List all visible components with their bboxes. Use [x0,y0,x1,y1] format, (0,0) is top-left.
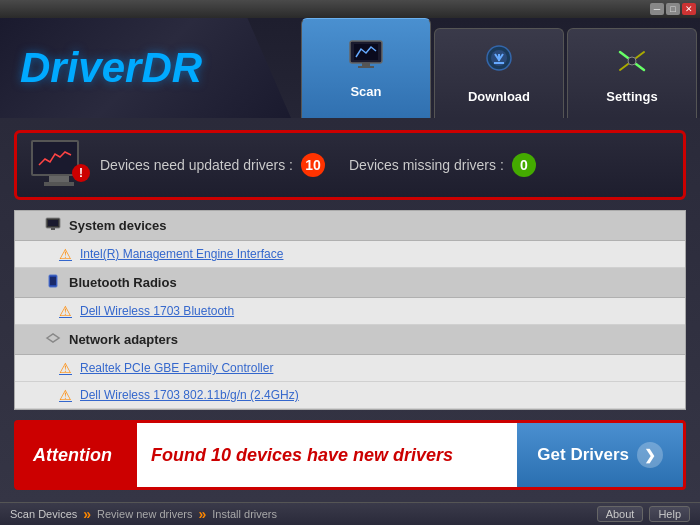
breadcrumb-sep-2: » [198,506,206,522]
warning-icon: ⚠ [59,360,72,376]
arrow-icon: ❯ [637,442,663,468]
footer: Scan Devices » Review new drivers » Inst… [0,502,700,525]
svg-rect-14 [51,228,55,230]
list-item[interactable]: ⚠ Dell Wireless 1703 Bluetooth [15,298,685,325]
missing-label: Devices missing drivers : [349,157,504,173]
help-button[interactable]: Help [649,506,690,522]
svg-point-11 [628,57,636,65]
get-drivers-label: Get Drivers [537,445,629,465]
about-button[interactable]: About [597,506,644,522]
breadcrumb: Scan Devices » Review new drivers » Inst… [10,506,277,522]
breadcrumb-install[interactable]: Install drivers [212,508,277,520]
error-badge: ! [72,164,90,182]
network-label: Network adapters [69,332,178,347]
breadcrumb-scan[interactable]: Scan Devices [10,508,77,520]
attention-message: Found 10 devices have new drivers [137,423,517,487]
missing-count-badge: 0 [512,153,536,177]
attention-label: Attention [17,423,137,487]
category-network: Network adapters [15,325,685,355]
maximize-button[interactable]: □ [666,3,680,15]
header: DriverDR Scan [0,18,700,118]
system-devices-label: System devices [69,218,167,233]
device-list[interactable]: System devices ⚠ Intel(R) Management Eng… [15,211,685,409]
list-item[interactable]: ⚠ Dell Wireless 1703 802.11b/g/n (2.4GHz… [15,382,685,409]
device-list-container: System devices ⚠ Intel(R) Management Eng… [14,210,686,410]
svg-rect-13 [48,220,58,226]
content-area: ! Devices need updated drivers : 10 Devi… [0,118,700,502]
bluetooth-label: Bluetooth Radios [69,275,177,290]
tab-settings-label: Settings [606,89,657,104]
bluetooth-icon [45,273,61,292]
tab-scan-label: Scan [350,84,381,99]
svg-rect-16 [50,277,56,285]
warning-icon: ⚠ [59,246,72,262]
app-logo: DriverDR [20,44,202,92]
minimize-button[interactable]: ─ [650,3,664,15]
svg-rect-2 [362,63,370,66]
device-name: Dell Wireless 1703 802.11b/g/n (2.4GHz) [80,388,299,402]
tab-download-label: Download [468,89,530,104]
list-item[interactable]: ⚠ Realtek PCIe GBE Family Controller [15,355,685,382]
breadcrumb-sep-1: » [83,506,91,522]
device-name: Intel(R) Management Engine Interface [80,247,283,261]
category-system-devices: System devices [15,211,685,241]
main-container: DriverDR Scan [0,18,700,525]
scan-icon [346,39,386,78]
status-text: Devices need updated drivers : 10 Device… [100,153,536,177]
tab-settings[interactable]: Settings [567,28,697,118]
network-icon [45,330,61,349]
warning-icon: ⚠ [59,303,72,319]
tab-scan[interactable]: Scan [301,18,431,118]
update-label: Devices need updated drivers : [100,157,293,173]
download-icon [479,44,519,83]
system-devices-icon [45,216,61,235]
svg-rect-3 [358,66,374,68]
tab-download[interactable]: Download [434,28,564,118]
nav-tabs: Scan Download [301,18,700,118]
logo-area: DriverDR [0,18,291,118]
close-button[interactable]: ✕ [682,3,696,15]
category-bluetooth: Bluetooth Radios [15,268,685,298]
warning-icon: ⚠ [59,387,72,403]
status-banner: ! Devices need updated drivers : 10 Devi… [14,130,686,200]
attention-text: Found 10 devices have new drivers [151,445,453,466]
monitor-icon: ! [31,140,86,190]
device-name: Realtek PCIe GBE Family Controller [80,361,273,375]
list-item[interactable]: ⚠ Intel(R) Management Engine Interface [15,241,685,268]
device-name: Dell Wireless 1703 Bluetooth [80,304,234,318]
breadcrumb-review[interactable]: Review new drivers [97,508,192,520]
settings-icon [612,44,652,83]
get-drivers-button[interactable]: Get Drivers ❯ [517,423,683,487]
title-bar: ─ □ ✕ [0,0,700,18]
footer-right: About Help [597,506,690,522]
attention-bar: Attention Found 10 devices have new driv… [14,420,686,490]
update-count-badge: 10 [301,153,325,177]
